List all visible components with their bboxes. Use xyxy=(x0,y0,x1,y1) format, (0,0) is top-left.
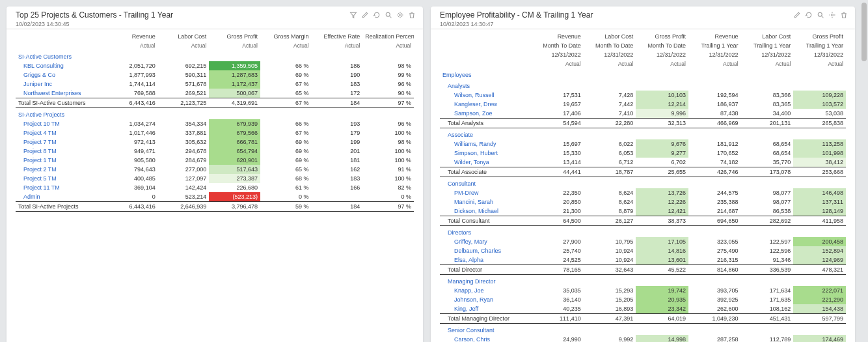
row-label[interactable]: Kangleser, Drew xyxy=(440,100,531,109)
row-label[interactable]: King, Jeff xyxy=(440,304,531,314)
panel-projects-customers: Top 25 Projects & Customers - Trailing 1… xyxy=(7,7,423,342)
row-label[interactable]: Delbaum, Charles xyxy=(440,246,531,255)
table-row: Project 8 TM949,471294,678654,79469 %201… xyxy=(16,147,414,156)
scrollbar-thumb[interactable] xyxy=(861,3,867,61)
page-scrollbar[interactable] xyxy=(861,3,867,338)
column-header: Labor Cost xyxy=(584,32,636,41)
row-label[interactable]: Elsa, Alpha xyxy=(440,255,531,265)
row-label[interactable]: Carson, Chris xyxy=(440,335,531,342)
group-label[interactable]: Consultant xyxy=(440,177,846,189)
cell-value: 83,365 xyxy=(741,100,794,109)
cell-value: 12,226 xyxy=(636,197,688,207)
row-label[interactable]: Griggs & Co xyxy=(16,70,107,79)
root-label[interactable]: Employees xyxy=(440,68,846,79)
row-label[interactable]: Dickson, Michael xyxy=(440,207,531,216)
row-label[interactable]: Sampson, Zoe xyxy=(440,109,531,119)
table-row: Griffey, Mary27,90010,79517,105323,05512… xyxy=(440,237,846,246)
search-icon[interactable] xyxy=(816,10,825,20)
cell-gross-margin: 65 % xyxy=(260,89,312,98)
section-header: SI-Active Projects xyxy=(16,108,414,120)
table-header-row: Month To DateMonth To DateMonth To DateT… xyxy=(440,41,846,50)
cell-effective-rate: 186 xyxy=(312,61,363,70)
panel-title: Top 25 Projects & Customers - Trailing 1… xyxy=(16,10,349,20)
section-label[interactable]: SI-Active Customers xyxy=(16,50,414,61)
section-label[interactable]: SI-Active Projects xyxy=(16,108,414,120)
panel-toolbar xyxy=(793,10,848,20)
edit-icon[interactable] xyxy=(793,10,802,20)
table-row: Kangleser, Drew19,6577,44212,214186,9378… xyxy=(440,100,846,109)
table-row: Knapp, Joe35,03515,29319,742393,705171,6… xyxy=(440,286,846,295)
cell-revenue: 6,443,416 xyxy=(107,202,158,212)
edit-icon[interactable] xyxy=(360,10,370,20)
settings-icon[interactable] xyxy=(828,10,837,20)
row-label[interactable]: Project 1 TM xyxy=(16,156,107,165)
cell-value: 15,697 xyxy=(531,139,584,149)
table-row: Northwest Enterprises769,588269,521500,0… xyxy=(16,89,414,98)
column-header: 12/31/2022 xyxy=(741,50,794,59)
cell-value: 78,165 xyxy=(531,265,584,275)
column-header: Gross Profit xyxy=(793,32,846,41)
group-label[interactable]: Directors xyxy=(440,226,846,238)
row-label[interactable]: Wilson, Russell xyxy=(440,91,531,100)
row-label[interactable]: Juniper Inc xyxy=(16,79,107,89)
cell-value: 19,742 xyxy=(636,286,688,295)
row-label[interactable]: Project 10 TM xyxy=(16,119,107,128)
row-label[interactable]: Project 4 TM xyxy=(16,128,107,137)
cell-labor-cost: 127,097 xyxy=(158,174,210,183)
row-label[interactable]: Admin xyxy=(16,192,107,202)
row-label[interactable]: KBL Consulting xyxy=(16,61,107,70)
group-label[interactable]: Analysts xyxy=(440,79,846,91)
column-subheader: Actual xyxy=(107,41,158,50)
settings-icon[interactable] xyxy=(396,10,405,20)
cell-value: 25,655 xyxy=(636,167,688,177)
cell-value: 7,442 xyxy=(584,100,636,109)
trash-icon[interactable] xyxy=(407,10,416,20)
group-label[interactable]: Managing Director xyxy=(440,275,846,287)
row-label[interactable]: Project 5 TM xyxy=(16,174,107,183)
cell-effective-rate: 162 xyxy=(312,165,363,174)
cell-effective-rate: 179 xyxy=(312,128,363,137)
refresh-icon[interactable] xyxy=(804,10,813,20)
row-label[interactable]: Project 8 TM xyxy=(16,147,107,156)
cell-value: 111,410 xyxy=(531,314,584,324)
total-label: Total Analysts xyxy=(440,119,531,128)
cell-value: 38,373 xyxy=(636,216,688,226)
row-label[interactable]: Project 2 TM xyxy=(16,165,107,174)
row-label[interactable]: Johnson, Ryan xyxy=(440,295,531,304)
column-header: Month To Date xyxy=(636,41,688,50)
column-subheader: Actual xyxy=(158,41,210,50)
column-subheader xyxy=(16,41,107,50)
cell-value: 6,053 xyxy=(584,149,636,158)
cell-value: 113,258 xyxy=(793,139,846,149)
filter-icon[interactable] xyxy=(349,10,358,20)
cell-value: 68,654 xyxy=(741,139,794,149)
group-total-row: Total Analysts54,59422,28032,313466,9692… xyxy=(440,119,846,128)
row-label[interactable]: Mancini, Sarah xyxy=(440,197,531,207)
refresh-icon[interactable] xyxy=(372,10,381,20)
search-icon[interactable] xyxy=(384,10,393,20)
total-label: Total Consultant xyxy=(440,216,531,226)
table-row: King, Jeff40,23516,89323,342262,600108,1… xyxy=(440,304,846,314)
row-label[interactable]: Williams, Randy xyxy=(440,139,531,149)
row-label[interactable]: Knapp, Joe xyxy=(440,286,531,295)
cell-value: 103,572 xyxy=(793,100,846,109)
row-label[interactable]: Project 11 TM xyxy=(16,183,107,192)
cell-labor-cost: 284,679 xyxy=(158,156,210,165)
cell-value: 8,624 xyxy=(584,188,636,197)
row-label[interactable]: Northwest Enterprises xyxy=(16,89,107,98)
column-header: Actual xyxy=(741,59,794,68)
row-label[interactable]: Project 7 TM xyxy=(16,137,107,147)
row-label[interactable]: Griffey, Mary xyxy=(440,237,531,246)
row-label[interactable]: Wilder, Tonya xyxy=(440,158,531,167)
trash-icon[interactable] xyxy=(839,10,848,20)
group-label[interactable]: Senior Consultant xyxy=(440,324,846,335)
row-label[interactable]: PM-Drew xyxy=(440,188,531,197)
cell-value: 44,441 xyxy=(531,167,584,177)
group-label[interactable]: Associate xyxy=(440,128,846,140)
cell-value: 253,668 xyxy=(793,167,846,177)
row-label[interactable]: Simpson, Hubert xyxy=(440,149,531,158)
table-row: Delbaum, Charles25,74010,92414,816275,49… xyxy=(440,246,846,255)
cell-effective-rate: 183 xyxy=(312,174,363,183)
table-row: Wilson, Russell17,5317,42810,103192,5948… xyxy=(440,91,846,100)
cell-realization-pct: 98 % xyxy=(362,61,414,70)
